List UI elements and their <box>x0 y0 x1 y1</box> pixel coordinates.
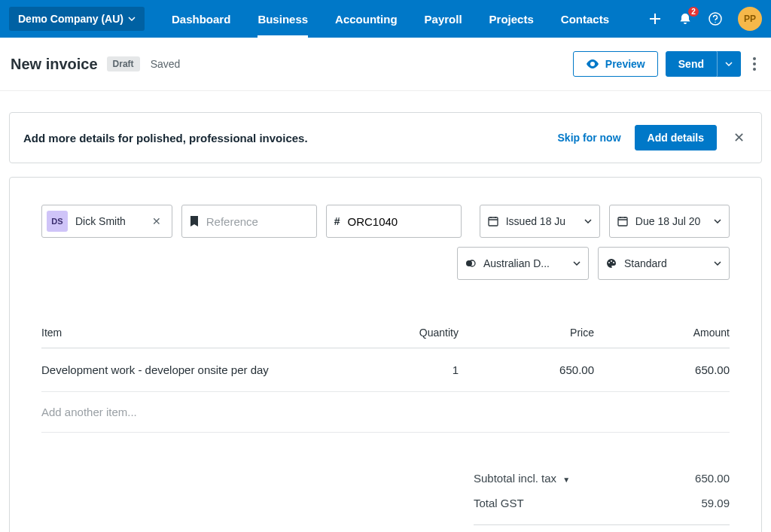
nav-item-payroll[interactable]: Payroll <box>411 0 476 38</box>
svg-point-9 <box>608 262 610 263</box>
th-amount: Amount <box>594 327 730 339</box>
svg-point-3 <box>753 62 756 65</box>
preview-button[interactable]: Preview <box>573 51 658 77</box>
td-qty: 1 <box>368 363 459 376</box>
gst-row: Total GST 59.09 <box>474 491 730 515</box>
eye-icon <box>586 59 599 68</box>
td-price: 650.00 <box>459 363 594 376</box>
chevron-down-icon <box>573 261 581 266</box>
line-items-table: Item Quantity Price Amount Development w… <box>41 318 730 433</box>
send-dropdown[interactable] <box>717 51 741 77</box>
banner-text: Add more details for polished, professio… <box>23 132 308 144</box>
subtotal-row: Subtotal incl. tax ▼ 650.00 <box>474 466 730 491</box>
calendar-icon <box>617 216 628 226</box>
reference-field[interactable] <box>181 205 317 238</box>
th-qty: Quantity <box>368 327 459 339</box>
invoice-number-input[interactable] <box>348 215 491 228</box>
chevron-down-icon <box>714 219 721 223</box>
nav-item-accounting[interactable]: Accounting <box>322 0 411 38</box>
svg-point-1 <box>715 22 715 23</box>
remove-contact-icon[interactable]: ✕ <box>149 215 164 227</box>
chevron-down-icon <box>584 219 592 223</box>
bell-icon[interactable]: 2 <box>678 11 693 26</box>
calendar-icon <box>488 216 498 226</box>
status-badge: Draft <box>107 56 140 71</box>
add-item-row[interactable]: Add another item... <box>41 392 730 433</box>
saved-indicator: Saved <box>151 58 181 70</box>
chevron-down-icon <box>128 17 136 21</box>
send-button[interactable]: Send <box>666 51 717 77</box>
svg-point-0 <box>709 13 721 25</box>
form-row-1: DS Dick Smith ✕ # Issued 18 Ju Due <box>41 205 730 238</box>
send-button-group: Send <box>666 51 741 77</box>
add-details-button[interactable]: Add details <box>635 125 717 150</box>
nav-right: 2 PP <box>648 7 762 31</box>
help-icon[interactable] <box>708 11 723 26</box>
th-price: Price <box>459 327 594 339</box>
gst-value: 59.09 <box>701 497 730 509</box>
svg-point-11 <box>613 262 614 263</box>
header-actions: Preview Send <box>573 51 760 77</box>
svg-point-2 <box>753 57 756 60</box>
chevron-down-icon <box>714 261 721 266</box>
subtotal-value: 650.00 <box>695 472 730 485</box>
template-field[interactable]: Standard <box>598 247 730 280</box>
company-switcher[interactable]: Demo Company (AU) <box>9 7 145 31</box>
svg-point-4 <box>753 68 756 71</box>
close-icon[interactable]: ✕ <box>730 126 748 149</box>
avatar[interactable]: PP <box>738 7 762 31</box>
form-row-2: Australian D... Standard <box>41 247 730 280</box>
contact-initials: DS <box>47 211 68 232</box>
contact-field[interactable]: DS Dick Smith ✕ <box>41 205 172 238</box>
banner-actions: Skip for now Add details ✕ <box>558 125 748 150</box>
table-row[interactable]: Development work - developer onsite per … <box>41 348 730 392</box>
gst-label: Total GST <box>474 497 524 509</box>
subtotal-label[interactable]: Subtotal incl. tax ▼ <box>474 472 570 485</box>
nav-item-business[interactable]: Business <box>244 0 322 38</box>
table-header: Item Quantity Price Amount <box>41 318 730 348</box>
due-date-value: Due 18 Jul 20 <box>635 215 706 227</box>
currency-field[interactable]: Australian D... <box>457 247 589 280</box>
nav-item-projects[interactable]: Projects <box>476 0 547 38</box>
th-item: Item <box>41 327 368 339</box>
svg-rect-5 <box>489 217 498 226</box>
company-name: Demo Company (AU) <box>18 13 123 25</box>
template-value: Standard <box>624 257 706 269</box>
currency-value: Australian D... <box>483 257 565 269</box>
due-date-field[interactable]: Due 18 Jul 20 <box>609 205 730 238</box>
nav-items: Dashboard Business Accounting Payroll Pr… <box>158 0 623 38</box>
divider <box>474 524 730 525</box>
skip-button[interactable]: Skip for now <box>558 132 621 144</box>
invoice-number-field[interactable]: # <box>326 205 462 238</box>
nav-item-dashboard[interactable]: Dashboard <box>158 0 244 38</box>
svg-point-10 <box>611 260 612 262</box>
top-nav: Demo Company (AU) Dashboard Business Acc… <box>0 0 771 38</box>
chevron-down-icon: ▼ <box>562 476 570 484</box>
bookmark-icon <box>190 216 199 226</box>
svg-rect-6 <box>618 217 627 226</box>
more-menu[interactable] <box>748 53 760 75</box>
issued-date-value: Issued 18 Ju <box>506 215 577 227</box>
hash-icon: # <box>334 215 340 227</box>
page-header: New invoice Draft Saved Preview Send <box>0 38 771 91</box>
contact-name: Dick Smith <box>75 215 142 227</box>
palette-icon <box>606 258 617 269</box>
notification-badge: 2 <box>688 7 699 17</box>
preview-label: Preview <box>605 58 645 70</box>
invoice-card: DS Dick Smith ✕ # Issued 18 Ju Due <box>9 177 762 532</box>
td-item: Development work - developer onsite per … <box>41 363 368 376</box>
details-banner: Add more details for polished, professio… <box>9 112 762 163</box>
totals: Subtotal incl. tax ▼ 650.00 Total GST 59… <box>474 466 730 532</box>
currency-icon <box>465 258 476 269</box>
page-title: New invoice <box>11 56 98 73</box>
nav-item-contacts[interactable]: Contacts <box>547 0 623 38</box>
plus-icon[interactable] <box>648 11 663 26</box>
issued-date-field[interactable]: Issued 18 Ju <box>480 205 600 238</box>
td-amount: 650.00 <box>594 363 730 376</box>
